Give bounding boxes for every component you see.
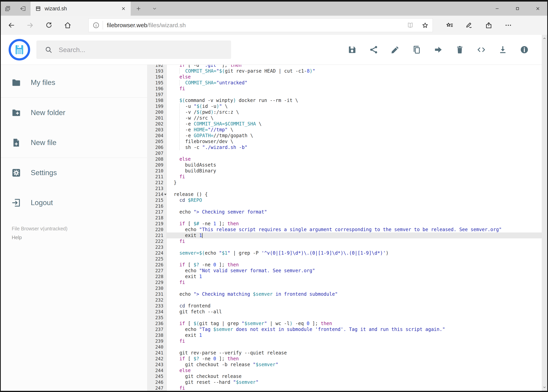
home-button[interactable] <box>58 16 77 35</box>
code-line-241[interactable]: 241 git rev-parse --verify --quiet relea… <box>147 350 548 356</box>
code-line-197[interactable]: 197 <box>147 91 548 98</box>
code-line-225[interactable]: 225 <box>147 256 548 262</box>
code-line-214[interactable]: 214release () { <box>147 191 548 197</box>
raw-code-button[interactable] <box>476 45 486 55</box>
code-line-199[interactable]: 199 -u "$(id -u)" \ <box>147 103 548 109</box>
code-line-201[interactable]: 201 -w //src \ <box>147 115 548 121</box>
sidebar-item-new-file[interactable]: New file <box>0 128 147 158</box>
new-tab-button[interactable] <box>131 1 146 16</box>
code-line-206[interactable]: 206 sh -c "./wizard.sh -b" <box>147 144 548 150</box>
code-line-200[interactable]: 200 -v /$(pwd):/src:z \ <box>147 109 548 115</box>
maximize-button[interactable] <box>507 1 528 16</box>
code-line-194[interactable]: 194 else <box>147 74 548 80</box>
add-favorite-button[interactable] <box>418 22 433 29</box>
copy-button[interactable] <box>412 45 422 55</box>
minimize-button[interactable] <box>487 1 507 16</box>
chevron-up-icon[interactable] <box>542 36 547 40</box>
code-line-228[interactable]: 228 exit 1 <box>147 273 548 280</box>
annotate-button[interactable] <box>459 16 479 35</box>
more-button[interactable] <box>499 16 518 35</box>
tab-preview-button[interactable] <box>0 1 15 16</box>
code-line-218[interactable]: 218 <box>147 215 548 221</box>
code-line-209[interactable]: 209 buildAssets <box>147 162 548 168</box>
code-line-212[interactable]: 212} <box>147 180 548 186</box>
share-button[interactable] <box>479 16 499 35</box>
reading-view-button[interactable] <box>403 22 418 29</box>
site-info-icon[interactable] <box>92 22 100 29</box>
filebrowser-logo[interactable] <box>9 39 30 61</box>
code-line-196[interactable]: 196 fi <box>147 86 548 91</box>
browser-tab-wizard-sh[interactable]: wizard.sh <box>30 1 131 16</box>
info-button[interactable] <box>520 45 529 55</box>
code-line-210[interactable]: 210 buildBinary <box>147 168 548 174</box>
download-button[interactable] <box>498 45 508 55</box>
code-line-192[interactable]: 192 if [ -d ".git" ]; then <box>147 65 548 68</box>
code-line-244[interactable]: 244 else <box>147 368 548 373</box>
code-editor[interactable]: 192 if [ -d ".git" ]; then193 COMMIT_SHA… <box>147 65 548 392</box>
sidebar-item-my-files[interactable]: My files <box>0 68 147 98</box>
code-line-232[interactable]: 232 <box>147 297 548 303</box>
code-line-195[interactable]: 195 COMMIT_SHA="untracked" <box>147 80 548 86</box>
code-line-247[interactable]: 247 fi <box>147 385 548 391</box>
code-line-202[interactable]: 202 -e COMMIT_SHA=$COMMIT_SHA \ <box>147 121 548 127</box>
code-line-211[interactable]: 211 fi <box>147 174 548 180</box>
code-line-227[interactable]: 227 echo "Not valid semver format. See s… <box>147 268 548 273</box>
help-link[interactable]: Help <box>12 235 147 240</box>
refresh-button[interactable] <box>40 16 58 35</box>
code-line-193[interactable]: 193 COMMIT_SHA="$(git rev-parse HEAD | c… <box>147 68 548 74</box>
sidebar-item-logout[interactable]: Logout <box>0 188 147 218</box>
code-line-219[interactable]: 219 if [ $# -ne 1 ]; then <box>147 221 548 227</box>
code-line-237[interactable]: 237 echo "Tag $semver does not exist in … <box>147 326 548 332</box>
search-input[interactable]: Search... <box>36 41 231 59</box>
code-line-231[interactable]: 231 echo "> Checking matching $semver in… <box>147 291 548 297</box>
forward-button[interactable] <box>21 16 40 35</box>
code-line-243[interactable]: 243 git checkout -b release "$semver" <box>147 362 548 368</box>
code-line-221[interactable]: 221 exit 1 <box>147 232 548 238</box>
code-line-216[interactable]: 216 <box>147 203 548 209</box>
edit-button[interactable] <box>390 45 400 55</box>
code-line-239[interactable]: 239 fi <box>147 338 548 344</box>
favorites-hub-button[interactable] <box>440 16 459 35</box>
code-line-233[interactable]: 233 cd frontend <box>147 303 548 309</box>
code-line-223[interactable]: 223 <box>147 244 548 250</box>
fold-marker-icon[interactable] <box>164 194 166 196</box>
code-line-220[interactable]: 220 echo "This release script requires a… <box>147 227 548 232</box>
code-line-208[interactable]: 208 else <box>147 156 548 162</box>
code-line-234[interactable]: 234 git fetch --all <box>147 309 548 315</box>
code-line-246[interactable]: 246 git reset --hard "$semver" <box>147 379 548 385</box>
code-line-230[interactable]: 230 <box>147 285 548 291</box>
code-line-203[interactable]: 203 -e HOME="//tmp" \ <box>147 127 548 133</box>
tab-preview-toggle-button[interactable] <box>146 1 163 16</box>
move-button[interactable] <box>433 45 443 55</box>
chevron-down-icon[interactable] <box>542 385 547 389</box>
code-line-229[interactable]: 229 fi <box>147 280 548 285</box>
save-button[interactable] <box>347 45 357 55</box>
code-line-240[interactable]: 240 <box>147 344 548 350</box>
code-line-235[interactable]: 235 <box>147 315 548 321</box>
code-line-204[interactable]: 204 -e GOPATH=//tmp/gopath \ <box>147 133 548 139</box>
share-file-button[interactable] <box>369 45 379 55</box>
code-line-198[interactable]: 198 $(command -v winpty) docker run --rm… <box>147 98 548 103</box>
close-window-button[interactable] <box>528 1 548 16</box>
code-line-242[interactable]: 242 if [ $? -ne 0 ]; then <box>147 356 548 362</box>
page-scrollbar[interactable] <box>542 35 547 391</box>
delete-button[interactable] <box>455 45 465 55</box>
code-line-222[interactable]: 222 fi <box>147 238 548 244</box>
close-tab-icon[interactable] <box>121 6 126 11</box>
code-line-238[interactable]: 238 exit 1 <box>147 332 548 338</box>
code-line-236[interactable]: 236 if [ $(git tag | grep "$semver" | wc… <box>147 321 548 326</box>
url-field[interactable]: filebrowser.web/files/wizard.sh <box>88 18 433 32</box>
code-line-224[interactable]: 224 semver=$(echo "$1" | grep -P '^v(0|[… <box>147 250 548 256</box>
sidebar-item-settings[interactable]: Settings <box>0 158 147 188</box>
url-text[interactable]: filebrowser.web/files/wizard.sh <box>107 22 403 28</box>
code-line-215[interactable]: 215 cd $REPO <box>147 197 548 203</box>
code-line-226[interactable]: 226 if [ $? -ne 0 ]; then <box>147 262 548 268</box>
code-line-217[interactable]: 217 echo "> Checking semver format" <box>147 209 548 215</box>
back-button[interactable] <box>2 16 21 35</box>
set-tabs-aside-button[interactable] <box>15 1 30 16</box>
code-line-207[interactable]: 207 <box>147 150 548 156</box>
code-line-213[interactable]: 213 <box>147 186 548 191</box>
code-line-245[interactable]: 245 git checkout release <box>147 373 548 379</box>
sidebar-item-new-folder[interactable]: New folder <box>0 98 147 128</box>
code-line-205[interactable]: 205 filebrowser/dev \ <box>147 139 548 144</box>
